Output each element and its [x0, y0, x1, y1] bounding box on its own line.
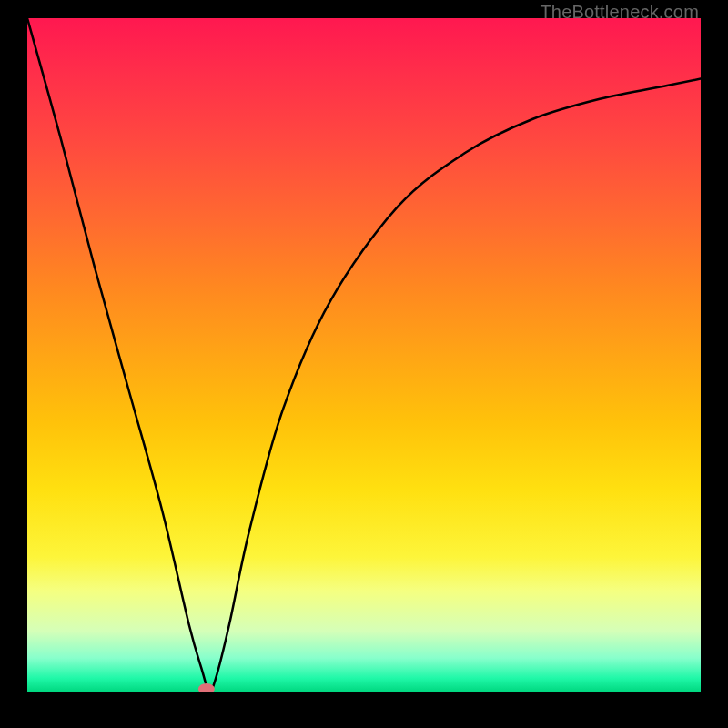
watermark-text: TheBottleneck.com	[540, 2, 699, 23]
chart-plot-area	[27, 18, 701, 692]
